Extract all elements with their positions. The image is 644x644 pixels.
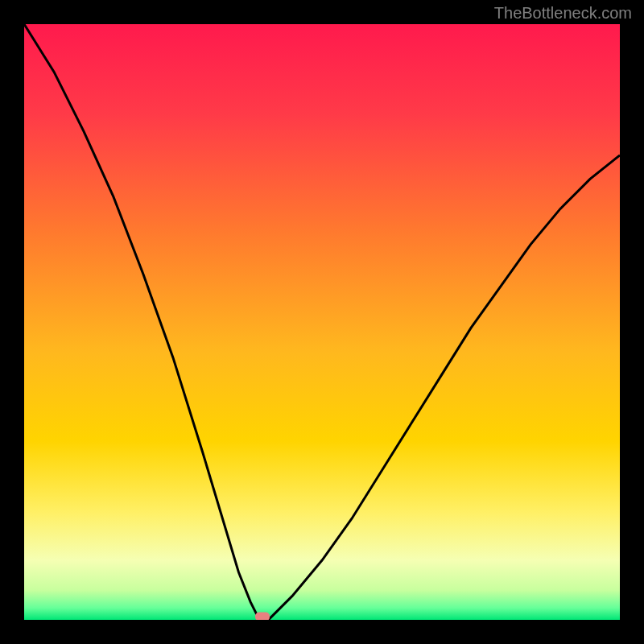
- watermark-text: TheBottleneck.com: [494, 4, 632, 23]
- chart-curve: [24, 24, 620, 620]
- minimum-marker: [255, 613, 270, 621]
- chart-plot-area: [24, 24, 620, 620]
